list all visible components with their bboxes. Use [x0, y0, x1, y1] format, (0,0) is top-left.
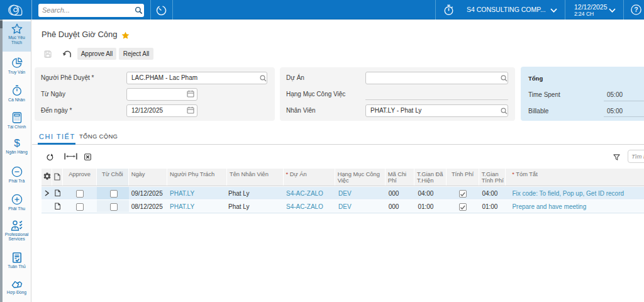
svg-text:$: $	[14, 137, 20, 149]
svg-text:?: ?	[634, 6, 638, 13]
